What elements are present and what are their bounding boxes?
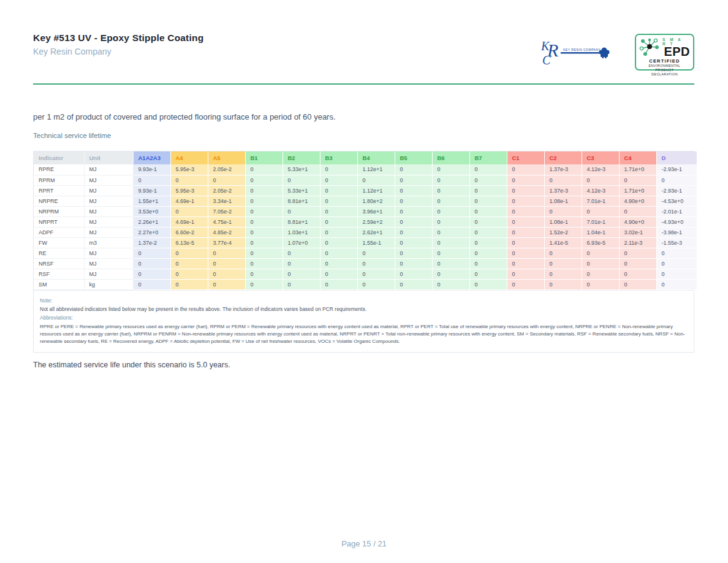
value-cell: 0 [357, 258, 395, 269]
value-cell: 0 [469, 185, 507, 196]
value-cell: 0 [245, 164, 282, 175]
value-cell: 0 [469, 269, 507, 279]
value-cell: 0 [133, 248, 170, 258]
value-cell: 0 [320, 258, 357, 269]
value-cell: 0 [582, 269, 619, 279]
value-cell: 0 [395, 237, 432, 248]
value-cell: 1.37e-3 [544, 164, 582, 175]
value-cell: 0 [469, 248, 507, 258]
value-cell: 0 [469, 164, 507, 175]
value-cell: 0 [619, 175, 656, 185]
value-cell: 0 [432, 164, 469, 175]
value-cell: 0 [432, 206, 469, 216]
value-cell: 0 [320, 196, 357, 206]
value-cell: 8.81e+1 [282, 216, 320, 227]
indicator-cell: NRPRE [34, 196, 84, 206]
badge-env-line1: ENVIRONMENTAL PRODUCT [639, 64, 690, 72]
value-cell: 0 [133, 269, 170, 279]
value-cell: 0 [619, 269, 656, 279]
value-cell: 3.96e+1 [357, 206, 395, 216]
value-cell: 0 [544, 269, 582, 279]
value-cell: 1.41e-5 [544, 237, 582, 248]
value-cell: 0 [582, 248, 619, 258]
abbreviations-label: Abbreviations: [40, 315, 688, 321]
value-cell: 1.71e+0 [619, 185, 656, 196]
value-cell: 0 [282, 258, 320, 269]
column-header-a1a2a3: A1A2A3 [133, 151, 170, 164]
unit-cell: MJ [84, 196, 133, 206]
value-cell: 0 [469, 206, 507, 216]
value-cell: 0 [507, 185, 544, 196]
value-cell: 1.52e-2 [544, 227, 582, 237]
table-row-re: REMJ000000000000000 [34, 248, 697, 258]
table-row-rsf: RSFMJ000000000000000 [34, 269, 697, 279]
value-cell: 0 [133, 258, 170, 269]
indicator-cell: NRSF [34, 258, 84, 269]
section-title: Technical service lifetime [33, 132, 694, 139]
value-cell: -3.98e-1 [656, 227, 697, 237]
value-cell: 4.90e+0 [619, 196, 656, 206]
value-cell: 1.37e-3 [544, 185, 582, 196]
unit-cell: MJ [84, 269, 133, 279]
value-cell: 0 [170, 279, 208, 289]
value-cell: 4.85e-2 [208, 227, 245, 237]
value-cell: 0 [282, 175, 320, 185]
value-cell: 0 [170, 269, 208, 279]
value-cell: 0 [507, 237, 544, 248]
value-cell: 0 [245, 279, 282, 289]
value-cell: 0 [320, 227, 357, 237]
table-row-sm: SMkg000000000000000 [34, 279, 697, 289]
value-cell: 0 [395, 258, 432, 269]
value-cell: 0 [245, 175, 282, 185]
functional-unit-text: per 1 m2 of product of covered and prote… [33, 112, 694, 121]
value-cell: 0 [507, 258, 544, 269]
value-cell: 0 [507, 164, 544, 175]
unit-cell: MJ [84, 175, 133, 185]
indicator-cell: SM [34, 279, 84, 289]
results-table-container: IndicatorUnitA1A2A3A4A5B1B2B3B4B5B6B7C1C… [33, 151, 694, 353]
value-cell: 0 [208, 258, 245, 269]
table-row-rpre: RPREMJ9.93e-15.95e-32.05e-205.33e+101.12… [34, 164, 697, 175]
value-cell: 0 [432, 227, 469, 237]
value-cell: 0 [619, 258, 656, 269]
value-cell: 8.81e+1 [282, 196, 320, 206]
value-cell: 0 [245, 196, 282, 206]
indicator-cell: RPRE [34, 164, 84, 175]
value-cell: 0 [656, 279, 697, 289]
column-header-b1: B1 [245, 151, 282, 164]
table-row-nrprm: NRPRMMJ3.53e+007.05e-20003.96e+10000000-… [34, 206, 697, 216]
value-cell: 0 [544, 175, 582, 185]
value-cell: 4.12e-3 [582, 185, 619, 196]
value-cell: 0 [619, 206, 656, 216]
value-cell: 0 [395, 175, 432, 185]
table-row-nrpre: NRPREMJ1.55e+14.69e-13.34e-108.81e+101.8… [34, 196, 697, 206]
value-cell: 1.80e+2 [357, 196, 395, 206]
value-cell: 0 [469, 196, 507, 206]
column-header-c1: C1 [507, 151, 544, 164]
value-cell: 3.02e-1 [619, 227, 656, 237]
value-cell: 0 [320, 237, 357, 248]
value-cell: 0 [208, 269, 245, 279]
value-cell: 1.12e+1 [357, 164, 395, 175]
value-cell: 6.93e-5 [582, 237, 619, 248]
value-cell: 4.75e-1 [208, 216, 245, 227]
value-cell: 0 [282, 279, 320, 289]
badge-epd-label: EPD [664, 46, 690, 57]
value-cell: 4.69e-1 [170, 196, 208, 206]
value-cell: 0 [432, 175, 469, 185]
value-cell: 0 [245, 269, 282, 279]
value-cell: 0 [320, 185, 357, 196]
value-cell: 0 [432, 185, 469, 196]
value-cell: 0 [582, 279, 619, 289]
value-cell: 0 [170, 258, 208, 269]
note-text: Not all abbreviated indicators listed be… [40, 306, 688, 312]
value-cell: 7.05e-2 [208, 206, 245, 216]
unit-cell: MJ [84, 216, 133, 227]
column-header-b5: B5 [395, 151, 432, 164]
value-cell: 0 [357, 248, 395, 258]
value-cell: 5.95e-3 [170, 164, 208, 175]
value-cell: 0 [544, 248, 582, 258]
unit-cell: MJ [84, 227, 133, 237]
value-cell: -2.93e-1 [656, 185, 697, 196]
value-cell: 0 [245, 216, 282, 227]
